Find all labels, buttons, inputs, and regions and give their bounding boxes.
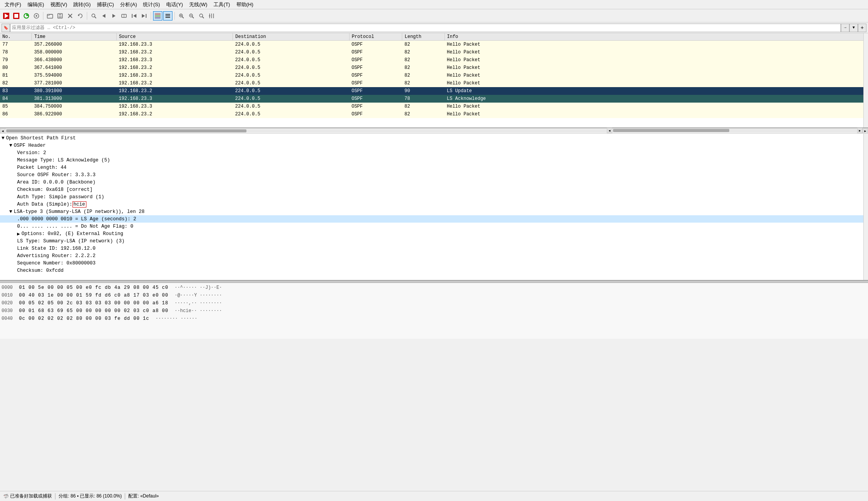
stop-capture-button[interactable] — [12, 11, 21, 21]
detail-line[interactable]: 0... .... .... .... = Do Not Age Flag: 0 — [0, 223, 868, 230]
detail-pane: ▼ Open Shortest Path First▼ OSPF HeaderV… — [0, 134, 868, 281]
close-file-button[interactable] — [65, 11, 75, 21]
svg-marker-24 — [142, 14, 145, 18]
table-row[interactable]: 82377.281000192.168.23.2224.0.0.5OSPF82H… — [0, 79, 868, 87]
svg-rect-27 — [155, 17, 160, 19]
detail-line[interactable]: Packet Length: 44 — [0, 164, 868, 171]
last-packet-button[interactable] — [140, 11, 149, 21]
detail-line[interactable]: Advertising Router: 2.2.2.2 — [0, 252, 868, 259]
hscroll2-thumb[interactable] — [613, 129, 729, 132]
packet-hscroll: ◀ ▶ ◀ ▶ — [0, 128, 868, 134]
col-length[interactable]: Length — [402, 33, 444, 41]
svg-point-15 — [92, 14, 95, 17]
collapse-arrow-icon[interactable]: ▶ — [17, 231, 20, 237]
table-row[interactable]: 84381.313000192.168.23.3224.0.0.5OSPF78L… — [0, 95, 868, 103]
hscroll-thumb[interactable] — [6, 129, 246, 132]
detail-line[interactable]: ▼ OSPF Header — [0, 142, 868, 149]
menubar: 文件(F) 编辑(E) 视图(V) 跳转(G) 捕获(C) 分析(A) 统计(S… — [0, 0, 868, 9]
detail-line[interactable]: ▼ LSA-type 3 (Summary-LSA (IP network)),… — [0, 208, 868, 215]
status-profile: 配置: «Defaul» — [128, 493, 159, 499]
detail-line[interactable]: Auth Data (Simple): hcie — [0, 201, 868, 208]
detail-line[interactable]: ▶ Options: 0x02, (E) External Routing — [0, 230, 868, 237]
svg-marker-22 — [133, 14, 136, 18]
filter-plus-button[interactable]: + — [858, 24, 866, 32]
detail-line[interactable]: Sequence Number: 0x80000003 — [0, 259, 868, 267]
status-packets: 分组: 86 — [59, 493, 76, 499]
svg-point-38 — [200, 14, 203, 17]
detail-line[interactable]: Auth Type: Simple password (1) — [0, 193, 868, 201]
find-button[interactable] — [89, 11, 98, 21]
menu-statistics[interactable]: 统计(S) — [140, 0, 163, 9]
menu-edit[interactable]: 编辑(E) — [24, 0, 47, 9]
table-row[interactable]: 80367.641000192.168.23.2224.0.0.5OSPF82H… — [0, 64, 868, 72]
goto-button[interactable] — [119, 11, 129, 21]
detail-line[interactable]: Message Type: LS Acknowledge (5) — [0, 156, 868, 164]
detail-line[interactable]: Version: 2 — [0, 149, 868, 156]
menu-wireless[interactable]: 无线(W) — [186, 0, 210, 9]
svg-rect-8 — [47, 14, 53, 18]
table-row[interactable]: 81375.594000192.168.23.3224.0.0.5OSPF82H… — [0, 72, 868, 79]
filter-arrow-button[interactable]: → — [841, 24, 849, 32]
hscroll2-right-btn[interactable]: ▶ — [857, 128, 863, 133]
svg-line-32 — [182, 17, 184, 18]
detail-line[interactable]: Link State ID: 192.168.12.0 — [0, 245, 868, 252]
menu-help[interactable]: 帮助(H) — [233, 0, 257, 9]
toolbar-sep-3 — [151, 12, 151, 20]
capture-options-button[interactable] — [32, 11, 41, 21]
forward-button[interactable] — [109, 11, 119, 21]
menu-capture[interactable]: 捕获(C) — [94, 0, 117, 9]
col-info[interactable]: Info — [444, 33, 868, 41]
hscroll-left-btn[interactable]: ◀ — [0, 128, 5, 134]
detail-line[interactable]: Source OSPF Router: 3.3.3.3 — [0, 171, 868, 178]
filter-dropdown-button[interactable]: ▼ — [849, 24, 858, 32]
table-row[interactable]: 79366.438000192.168.23.3224.0.0.5OSPF82H… — [0, 56, 868, 64]
back-button[interactable] — [99, 11, 108, 21]
detail-line[interactable]: Checksum: 0xa618 [correct] — [0, 186, 868, 193]
collapse-arrow-icon[interactable]: ▼ — [9, 143, 12, 148]
svg-line-36 — [192, 17, 194, 18]
zoom-out-button[interactable] — [187, 11, 196, 21]
filter-bookmark-button[interactable]: 🔖 — [2, 24, 10, 32]
reload-button[interactable] — [76, 11, 85, 21]
filter-input[interactable] — [10, 24, 841, 32]
start-capture-button[interactable] — [2, 11, 11, 21]
detail-line[interactable]: ▼ Open Shortest Path First — [0, 134, 868, 142]
menu-telephony[interactable]: 电话(Y) — [163, 0, 186, 9]
packet-table-header: No. Time Source Destination Protocol Len… — [0, 33, 868, 41]
detail-line[interactable]: .000 0000 0000 0010 = LS Age (seconds): … — [0, 215, 868, 223]
table-row[interactable]: 78358.000000192.168.23.2224.0.0.5OSPF82H… — [0, 48, 868, 56]
menu-file[interactable]: 文件(F) — [2, 0, 24, 9]
packet-list-scrollbar[interactable] — [863, 33, 868, 127]
col-destination[interactable]: Destination — [233, 33, 349, 41]
table-row[interactable]: 85384.750000192.168.23.3224.0.0.5OSPF82H… — [0, 103, 868, 110]
autoscroll-button[interactable] — [163, 11, 172, 21]
detail-scrollbar[interactable] — [863, 134, 868, 280]
hscroll-right-btn[interactable]: ▶ — [863, 128, 868, 134]
detail-line[interactable]: Checksum: 0xfcdd — [0, 267, 868, 274]
col-no[interactable]: No. — [0, 33, 32, 41]
menu-analyze[interactable]: 分析(A) — [117, 0, 140, 9]
hscroll2-track[interactable] — [613, 129, 856, 132]
menu-go[interactable]: 跳转(G) — [70, 0, 94, 9]
menu-tools[interactable]: 工具(T) — [210, 0, 233, 9]
table-row[interactable]: 77357.266000192.168.23.3224.0.0.5OSPF82H… — [0, 41, 868, 48]
restart-capture-button[interactable] — [22, 11, 31, 21]
menu-view[interactable]: 视图(V) — [47, 0, 70, 9]
table-row[interactable]: 83380.391000192.168.23.2224.0.0.5OSPF90L… — [0, 87, 868, 95]
hscroll2-left-btn[interactable]: ◀ — [607, 128, 612, 133]
resize-columns-button[interactable] — [207, 11, 216, 21]
col-source[interactable]: Source — [116, 33, 232, 41]
collapse-arrow-icon[interactable]: ▼ — [9, 209, 12, 214]
colorize-button[interactable] — [153, 11, 162, 21]
col-protocol[interactable]: Protocol — [349, 33, 402, 41]
zoom-in-button[interactable] — [177, 11, 186, 21]
save-file-button[interactable] — [55, 11, 65, 21]
detail-line[interactable]: LS Type: Summary-LSA (IP network) (3) — [0, 237, 868, 245]
first-packet-button[interactable] — [129, 11, 139, 21]
table-row[interactable]: 86386.922000192.168.23.2224.0.0.5OSPF82H… — [0, 110, 868, 118]
col-time[interactable]: Time — [32, 33, 116, 41]
normal-size-button[interactable] — [197, 11, 206, 21]
detail-line[interactable]: Area ID: 0.0.0.0 (Backbone) — [0, 178, 868, 186]
collapse-arrow-icon[interactable]: ▼ — [2, 136, 5, 141]
open-file-button[interactable] — [45, 11, 55, 21]
